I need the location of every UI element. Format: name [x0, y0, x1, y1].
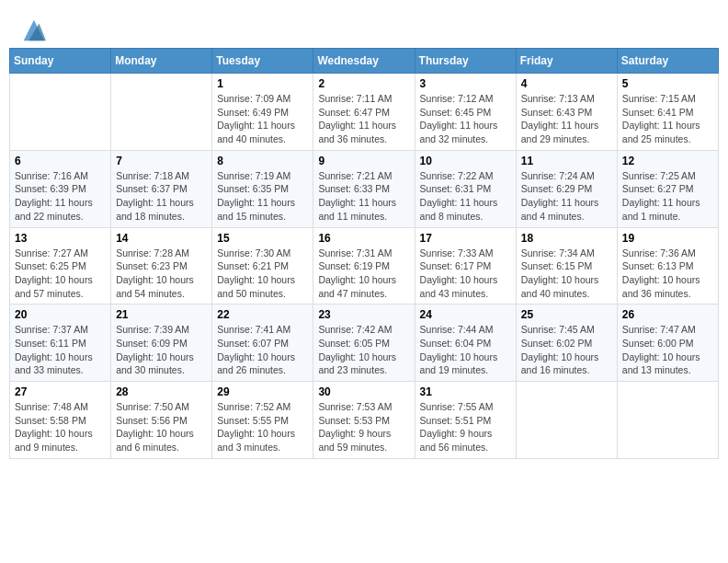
calendar-cell: 17Sunrise: 7:33 AM Sunset: 6:17 PM Dayli…: [415, 227, 516, 304]
calendar-table: SundayMondayTuesdayWednesdayThursdayFrid…: [9, 48, 719, 459]
day-of-week-header: Sunday: [10, 49, 111, 74]
day-info: Sunrise: 7:52 AM Sunset: 5:55 PM Dayligh…: [217, 400, 308, 454]
day-number: 7: [116, 155, 207, 167]
day-number: 27: [15, 385, 106, 398]
calendar-week-row: 13Sunrise: 7:27 AM Sunset: 6:25 PM Dayli…: [10, 227, 719, 304]
calendar-cell: 5Sunrise: 7:15 AM Sunset: 6:41 PM Daylig…: [617, 74, 718, 151]
calendar-cell: 3Sunrise: 7:12 AM Sunset: 6:45 PM Daylig…: [415, 74, 516, 151]
day-info: Sunrise: 7:13 AM Sunset: 6:43 PM Dayligh…: [521, 92, 612, 146]
day-number: 16: [318, 232, 409, 245]
calendar-cell: 7Sunrise: 7:18 AM Sunset: 6:37 PM Daylig…: [111, 150, 212, 227]
day-info: Sunrise: 7:50 AM Sunset: 5:56 PM Dayligh…: [116, 400, 207, 454]
day-number: 25: [521, 308, 612, 321]
day-number: 22: [217, 308, 308, 321]
day-info: Sunrise: 7:27 AM Sunset: 6:25 PM Dayligh…: [15, 247, 106, 301]
day-number: 17: [420, 232, 511, 245]
calendar-cell: 22Sunrise: 7:41 AM Sunset: 6:07 PM Dayli…: [212, 304, 313, 382]
calendar-cell: 12Sunrise: 7:25 AM Sunset: 6:27 PM Dayli…: [617, 150, 718, 227]
day-info: Sunrise: 7:12 AM Sunset: 6:45 PM Dayligh…: [420, 92, 511, 146]
calendar-cell: 1Sunrise: 7:09 AM Sunset: 6:49 PM Daylig…: [212, 74, 313, 151]
calendar-cell: 18Sunrise: 7:34 AM Sunset: 6:15 PM Dayli…: [516, 227, 617, 304]
day-info: Sunrise: 7:45 AM Sunset: 6:02 PM Dayligh…: [521, 323, 612, 377]
calendar-cell: 26Sunrise: 7:47 AM Sunset: 6:00 PM Dayli…: [617, 304, 718, 382]
day-of-week-header: Saturday: [617, 49, 718, 74]
day-info: Sunrise: 7:44 AM Sunset: 6:04 PM Dayligh…: [420, 323, 511, 377]
day-number: 24: [420, 308, 511, 321]
day-number: 1: [217, 77, 308, 90]
calendar-cell: [516, 382, 617, 459]
calendar-header-row: SundayMondayTuesdayWednesdayThursdayFrid…: [10, 49, 719, 74]
calendar-week-row: 27Sunrise: 7:48 AM Sunset: 5:58 PM Dayli…: [10, 382, 719, 459]
day-info: Sunrise: 7:42 AM Sunset: 6:05 PM Dayligh…: [318, 323, 409, 377]
day-info: Sunrise: 7:47 AM Sunset: 6:00 PM Dayligh…: [622, 323, 713, 377]
day-number: 6: [15, 155, 106, 167]
calendar-week-row: 6Sunrise: 7:16 AM Sunset: 6:39 PM Daylig…: [10, 150, 719, 227]
day-number: 13: [15, 232, 106, 245]
day-info: Sunrise: 7:37 AM Sunset: 6:11 PM Dayligh…: [15, 323, 106, 377]
calendar-cell: 21Sunrise: 7:39 AM Sunset: 6:09 PM Dayli…: [111, 304, 212, 382]
calendar-cell: 15Sunrise: 7:30 AM Sunset: 6:21 PM Dayli…: [212, 227, 313, 304]
day-number: 28: [116, 385, 207, 398]
calendar-cell: 9Sunrise: 7:21 AM Sunset: 6:33 PM Daylig…: [313, 150, 415, 227]
calendar-cell: 16Sunrise: 7:31 AM Sunset: 6:19 PM Dayli…: [313, 227, 415, 304]
day-info: Sunrise: 7:22 AM Sunset: 6:31 PM Dayligh…: [420, 169, 511, 224]
day-info: Sunrise: 7:11 AM Sunset: 6:47 PM Dayligh…: [318, 92, 409, 146]
day-info: Sunrise: 7:21 AM Sunset: 6:33 PM Dayligh…: [318, 169, 409, 224]
day-number: 4: [521, 77, 612, 90]
calendar-cell: 6Sunrise: 7:16 AM Sunset: 6:39 PM Daylig…: [10, 150, 111, 227]
day-info: Sunrise: 7:09 AM Sunset: 6:49 PM Dayligh…: [217, 92, 308, 146]
calendar-cell: 11Sunrise: 7:24 AM Sunset: 6:29 PM Dayli…: [516, 150, 617, 227]
page-header: [9, 9, 719, 48]
day-info: Sunrise: 7:15 AM Sunset: 6:41 PM Dayligh…: [622, 92, 713, 146]
day-number: 3: [420, 77, 511, 90]
calendar-cell: 10Sunrise: 7:22 AM Sunset: 6:31 PM Dayli…: [415, 150, 516, 227]
calendar-cell: 13Sunrise: 7:27 AM Sunset: 6:25 PM Dayli…: [10, 227, 111, 304]
calendar-cell: 27Sunrise: 7:48 AM Sunset: 5:58 PM Dayli…: [10, 382, 111, 459]
day-info: Sunrise: 7:55 AM Sunset: 5:51 PM Dayligh…: [420, 400, 511, 454]
calendar-cell: 8Sunrise: 7:19 AM Sunset: 6:35 PM Daylig…: [212, 150, 313, 227]
logo: [18, 17, 46, 42]
day-info: Sunrise: 7:36 AM Sunset: 6:13 PM Dayligh…: [622, 247, 713, 301]
calendar-cell: 23Sunrise: 7:42 AM Sunset: 6:05 PM Dayli…: [313, 304, 415, 382]
day-info: Sunrise: 7:33 AM Sunset: 6:17 PM Dayligh…: [420, 247, 511, 301]
calendar-cell: 4Sunrise: 7:13 AM Sunset: 6:43 PM Daylig…: [516, 74, 617, 151]
calendar-cell: 20Sunrise: 7:37 AM Sunset: 6:11 PM Dayli…: [10, 304, 111, 382]
calendar-cell: 31Sunrise: 7:55 AM Sunset: 5:51 PM Dayli…: [415, 382, 516, 459]
day-info: Sunrise: 7:48 AM Sunset: 5:58 PM Dayligh…: [15, 400, 106, 454]
calendar-week-row: 1Sunrise: 7:09 AM Sunset: 6:49 PM Daylig…: [10, 74, 719, 151]
day-number: 19: [622, 232, 713, 245]
day-of-week-header: Monday: [111, 49, 212, 74]
day-number: 26: [622, 308, 713, 321]
day-number: 14: [116, 232, 207, 245]
day-info: Sunrise: 7:53 AM Sunset: 5:53 PM Dayligh…: [318, 400, 409, 454]
calendar-week-row: 20Sunrise: 7:37 AM Sunset: 6:11 PM Dayli…: [10, 304, 719, 382]
calendar-cell: 14Sunrise: 7:28 AM Sunset: 6:23 PM Dayli…: [111, 227, 212, 304]
day-info: Sunrise: 7:30 AM Sunset: 6:21 PM Dayligh…: [217, 247, 308, 301]
day-number: 2: [318, 77, 409, 90]
calendar-cell: 30Sunrise: 7:53 AM Sunset: 5:53 PM Dayli…: [313, 382, 415, 459]
calendar-cell: 25Sunrise: 7:45 AM Sunset: 6:02 PM Dayli…: [516, 304, 617, 382]
day-number: 23: [318, 308, 409, 321]
day-info: Sunrise: 7:31 AM Sunset: 6:19 PM Dayligh…: [318, 247, 409, 301]
day-number: 31: [420, 385, 511, 398]
day-of-week-header: Thursday: [415, 49, 516, 74]
calendar-cell: 28Sunrise: 7:50 AM Sunset: 5:56 PM Dayli…: [111, 382, 212, 459]
day-number: 21: [116, 308, 207, 321]
calendar-cell: 29Sunrise: 7:52 AM Sunset: 5:55 PM Dayli…: [212, 382, 313, 459]
calendar-cell: [10, 74, 111, 151]
calendar-cell: 2Sunrise: 7:11 AM Sunset: 6:47 PM Daylig…: [313, 74, 415, 151]
calendar-cell: 19Sunrise: 7:36 AM Sunset: 6:13 PM Dayli…: [617, 227, 718, 304]
day-of-week-header: Friday: [516, 49, 617, 74]
day-info: Sunrise: 7:34 AM Sunset: 6:15 PM Dayligh…: [521, 247, 612, 301]
day-info: Sunrise: 7:41 AM Sunset: 6:07 PM Dayligh…: [217, 323, 308, 377]
day-number: 20: [15, 308, 106, 321]
day-number: 12: [622, 155, 713, 167]
day-number: 9: [318, 155, 409, 167]
day-number: 15: [217, 232, 308, 245]
day-info: Sunrise: 7:19 AM Sunset: 6:35 PM Dayligh…: [217, 169, 308, 224]
day-number: 18: [521, 232, 612, 245]
day-number: 29: [217, 385, 308, 398]
calendar-cell: [617, 382, 718, 459]
day-info: Sunrise: 7:24 AM Sunset: 6:29 PM Dayligh…: [521, 169, 612, 224]
day-number: 30: [318, 385, 409, 398]
